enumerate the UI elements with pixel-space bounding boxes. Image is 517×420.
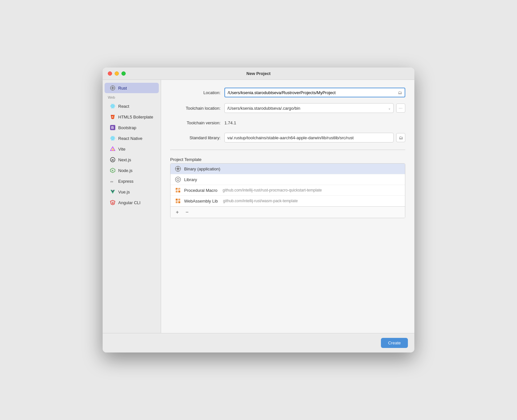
svg-text:5: 5 bbox=[112, 116, 113, 118]
add-template-button[interactable]: + bbox=[174, 209, 181, 216]
svg-point-1 bbox=[112, 87, 114, 89]
sidebar-html5-label: HTML5 Boilerplate bbox=[118, 115, 153, 119]
template-item-webassembly[interactable]: WebAssembly Lib github.com/intellij-rust… bbox=[170, 196, 405, 206]
webassembly-template-icon bbox=[175, 198, 181, 204]
template-actions: + − bbox=[170, 206, 405, 218]
html5-icon: 5 bbox=[110, 114, 116, 120]
standard-library-browse-button[interactable]: 🗂 bbox=[396, 133, 405, 142]
location-label: Location: bbox=[170, 90, 221, 95]
sidebar-item-nodejs[interactable]: N Node.js bbox=[105, 165, 159, 176]
svg-point-37 bbox=[175, 177, 181, 182]
svg-text:Tp: Tp bbox=[176, 189, 178, 191]
nextjs-icon: N bbox=[110, 157, 116, 163]
sidebar-item-vuejs[interactable]: Vue.js bbox=[105, 187, 159, 197]
sidebar-rust-label: Rust bbox=[118, 86, 127, 91]
location-input-wrapper[interactable]: 🗂 bbox=[224, 88, 405, 97]
svg-rect-42 bbox=[178, 191, 180, 192]
svg-text:Tp: Tp bbox=[179, 189, 181, 191]
toolchain-location-label: Toolchain location: bbox=[170, 106, 221, 111]
close-button[interactable] bbox=[108, 71, 112, 76]
sidebar-bootstrap-label: Bootstrap bbox=[118, 125, 136, 130]
svg-point-32 bbox=[177, 168, 179, 170]
sidebar-item-vite[interactable]: Vite bbox=[105, 144, 159, 154]
react-icon bbox=[110, 103, 116, 109]
sidebar-vuejs-label: Vue.js bbox=[118, 190, 130, 194]
location-row: Location: 🗂 bbox=[170, 88, 405, 97]
folder-icon[interactable]: 🗂 bbox=[398, 90, 402, 95]
binary-template-icon bbox=[175, 166, 181, 172]
svg-text:N: N bbox=[112, 169, 113, 172]
svg-point-38 bbox=[177, 179, 179, 181]
section-divider bbox=[170, 150, 405, 150]
svg-text:N: N bbox=[112, 158, 114, 162]
svg-rect-48 bbox=[178, 201, 180, 203]
bootstrap-icon: B bbox=[110, 125, 116, 130]
svg-point-9 bbox=[112, 106, 113, 107]
toolchain-browse-button[interactable]: ··· bbox=[396, 104, 405, 113]
webassembly-link[interactable]: github.com/intellij-rust/wasm-pack-templ… bbox=[223, 199, 298, 203]
create-button[interactable]: Create bbox=[381, 338, 408, 348]
traffic-lights bbox=[108, 71, 126, 76]
sidebar-item-angular[interactable]: A Angular CLI bbox=[105, 197, 159, 208]
sidebar-item-react-native[interactable]: React Native bbox=[105, 133, 159, 143]
project-template-title: Project Template bbox=[170, 157, 405, 162]
main-content: Location: 🗂 Toolchain location: /Users/k… bbox=[161, 80, 414, 333]
template-item-binary[interactable]: Binary (application) bbox=[170, 164, 405, 174]
svg-rect-41 bbox=[176, 191, 178, 192]
rust-icon bbox=[110, 85, 116, 91]
svg-text:ex: ex bbox=[110, 180, 113, 183]
angular-icon: A bbox=[110, 200, 116, 205]
maximize-button[interactable] bbox=[121, 71, 126, 76]
toolchain-location-row: Toolchain location: /Users/ksenia.starod… bbox=[170, 103, 405, 113]
svg-text:B: B bbox=[111, 126, 114, 130]
sidebar-item-nextjs[interactable]: N Next.js bbox=[105, 154, 159, 165]
template-list: Binary (application) Library bbox=[170, 163, 405, 218]
location-input[interactable] bbox=[228, 90, 397, 95]
sidebar-item-rust[interactable]: Rust bbox=[105, 83, 159, 93]
template-item-procedural-macro[interactable]: Tp Tp Procedural Macro github.com/intell… bbox=[170, 185, 405, 196]
sidebar-nodejs-label: Node.js bbox=[118, 168, 132, 173]
sidebar-item-react[interactable]: React bbox=[105, 101, 159, 111]
toolchain-version-value: 1.74.1 bbox=[224, 119, 405, 127]
sidebar-react-native-label: React Native bbox=[118, 136, 142, 141]
sidebar-vite-label: Vite bbox=[118, 147, 125, 152]
content-area: Rust Web React bbox=[103, 80, 414, 333]
react-native-icon bbox=[110, 135, 116, 141]
procedural-macro-link[interactable]: github.com/intellij-rust/rust-procmacro-… bbox=[223, 188, 322, 192]
sidebar-angular-label: Angular CLI bbox=[118, 200, 141, 205]
sidebar-section-web: Web bbox=[103, 93, 161, 101]
remove-template-button[interactable]: − bbox=[183, 209, 191, 216]
library-template-icon bbox=[175, 177, 181, 182]
template-item-library[interactable]: Library bbox=[170, 174, 405, 185]
vite-icon bbox=[110, 146, 116, 152]
standard-library-input-row: va/.rustup/toolchains/stable-aarch64-app… bbox=[224, 133, 405, 142]
sidebar-express-label: Express bbox=[118, 179, 133, 184]
procedural-macro-label: Procedural Macro bbox=[184, 188, 218, 193]
window-title: New Project bbox=[246, 71, 271, 76]
procedural-macro-template-icon: Tp Tp bbox=[175, 187, 181, 193]
toolchain-version-row: Toolchain version: 1.74.1 bbox=[170, 119, 405, 127]
titlebar: New Project bbox=[103, 68, 414, 80]
sidebar-item-bootstrap[interactable]: B Bootstrap bbox=[105, 122, 159, 133]
vuejs-icon bbox=[110, 189, 116, 195]
sidebar-item-html5[interactable]: 5 HTML5 Boilerplate bbox=[105, 112, 159, 122]
svg-rect-46 bbox=[178, 199, 180, 201]
sidebar-item-express[interactable]: ex Express bbox=[105, 176, 159, 186]
standard-library-input[interactable]: va/.rustup/toolchains/stable-aarch64-app… bbox=[224, 133, 394, 142]
standard-library-value: va/.rustup/toolchains/stable-aarch64-app… bbox=[227, 135, 354, 140]
toolchain-location-value: /Users/ksenia.starodubtseva/.cargo/bin bbox=[227, 106, 300, 111]
svg-rect-45 bbox=[176, 199, 178, 201]
chevron-down-icon: ⌄ bbox=[388, 106, 391, 110]
webassembly-label: WebAssembly Lib bbox=[184, 199, 218, 204]
binary-template-label: Binary (application) bbox=[184, 167, 220, 171]
standard-library-row: Standard library: va/.rustup/toolchains/… bbox=[170, 133, 405, 142]
sidebar: Rust Web React bbox=[103, 80, 161, 333]
sidebar-nextjs-label: Next.js bbox=[118, 157, 131, 162]
new-project-window: New Project Rust Web bbox=[103, 68, 414, 352]
nodejs-icon: N bbox=[110, 167, 116, 173]
svg-text:A: A bbox=[112, 202, 114, 204]
toolchain-location-dropdown[interactable]: /Users/ksenia.starodubtseva/.cargo/bin ⌄ bbox=[224, 103, 394, 113]
toolchain-dropdown-row: /Users/ksenia.starodubtseva/.cargo/bin ⌄… bbox=[224, 103, 405, 113]
standard-library-label: Standard library: bbox=[170, 135, 221, 140]
minimize-button[interactable] bbox=[115, 71, 119, 76]
